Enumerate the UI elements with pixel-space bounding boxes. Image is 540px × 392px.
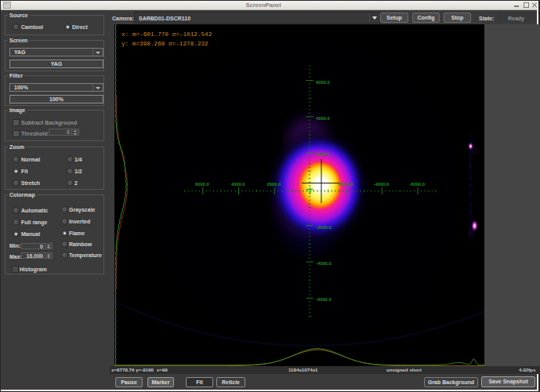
svg-text:4000.0: 4000.0 [316,116,330,121]
svg-text:y: m=398.268 σ=-1278.232: y: m=398.268 σ=-1278.232 [121,41,208,47]
svg-text:-6000.0: -6000.0 [409,182,425,187]
svg-text:2000.0: 2000.0 [266,182,281,187]
svg-text:-2000.0: -2000.0 [338,182,353,187]
svg-text:-4000.0: -4000.0 [374,182,390,187]
svg-text:x: m=-601.770 σ=-1012.542: x: m=-601.770 σ=-1012.542 [121,31,212,38]
svg-text:6000.0: 6000.0 [316,80,330,85]
svg-text:-4000.0: -4000.0 [316,261,332,266]
svg-text:2000.0: 2000.0 [316,152,330,157]
svg-text:6000.0: 6000.0 [195,182,209,187]
svg-text:-2000.0: -2000.0 [316,225,332,230]
svg-text:-6000.0: -6000.0 [316,297,332,302]
svg-text:4000.0: 4000.0 [231,182,245,187]
